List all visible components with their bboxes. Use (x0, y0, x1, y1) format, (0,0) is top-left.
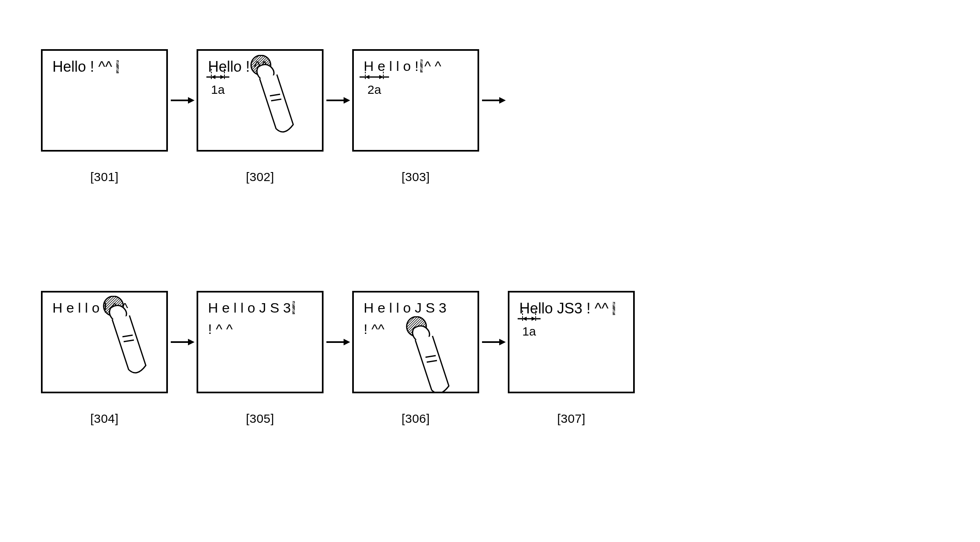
panel-301-caption: [301] (90, 170, 118, 184)
arrow-303-next (479, 49, 508, 152)
svg-marker-30 (499, 339, 506, 345)
panel-302-caption: [302] (246, 170, 274, 184)
svg-marker-35 (532, 317, 536, 321)
spacing-indicator-1a: 1a (206, 69, 229, 97)
svg-marker-23 (188, 339, 195, 345)
panel-306-line2: ! ^^ (364, 321, 385, 337)
sequence-row-1: Hello ! ^^ [301] Hello ! ^^ (41, 49, 508, 184)
svg-marker-1 (188, 97, 195, 104)
panel-cell-307: Hello JS3 ! ^^ 1a [307] (508, 291, 635, 426)
text-content: Hello ! ^^ (52, 58, 116, 75)
panel-301: Hello ! ^^ (41, 49, 168, 152)
panel-305-caption: [305] (246, 412, 274, 426)
arrow-301-302 (168, 49, 197, 152)
svg-marker-11 (344, 97, 350, 104)
svg-marker-6 (220, 75, 224, 79)
spacing-indicator-1a: 1a (518, 311, 541, 338)
spacing-label: 2a (367, 83, 381, 97)
panel-305: H e l l o J S 3 ! ^ ^ (197, 291, 324, 393)
panel-cell-303: H e l l o !^ ^ 2a [303] (352, 49, 479, 184)
text-cursor (116, 60, 119, 73)
panel-cell-302: Hello ! ^^ 1a (197, 49, 324, 184)
svg-marker-18 (499, 97, 506, 104)
spacing-indicator-2a: 2a (360, 69, 389, 97)
diagram-canvas: Hello ! ^^ [301] Hello ! ^^ (16, 16, 980, 542)
text-cursor (292, 301, 295, 314)
panel-305-line2: ! ^ ^ (208, 321, 233, 337)
dimension-arrow-icon (518, 311, 541, 324)
svg-marker-15 (365, 75, 369, 79)
panel-306-caption: [306] (401, 412, 430, 426)
svg-marker-5 (211, 75, 215, 79)
panel-302: Hello ! ^^ 1a (197, 49, 324, 152)
panel-303: H e l l o !^ ^ 2a (352, 49, 479, 152)
spacing-label: 1a (211, 83, 224, 97)
text-cursor (613, 302, 615, 315)
panel-301-text: Hello ! ^^ (52, 58, 119, 75)
svg-marker-34 (523, 317, 527, 321)
arrow-306-307 (479, 291, 508, 393)
panel-303-caption: [303] (401, 170, 430, 184)
panel-304-caption: [304] (90, 412, 118, 426)
panel-cell-305: H e l l o J S 3 ! ^ ^ [305] (197, 291, 324, 426)
panel-307-caption: [307] (557, 412, 585, 426)
panel-cell-306: H e l l o J S 3 ! ^^ [306] (352, 291, 479, 426)
finger-icon (247, 55, 301, 143)
panel-307: Hello JS3 ! ^^ 1a (508, 291, 635, 393)
finger-icon (100, 296, 153, 383)
dimension-arrow-icon (206, 69, 229, 83)
panel-cell-304: H e l l o ! ^ ^ [304] (41, 291, 168, 426)
panel-306: H e l l o J S 3 ! ^^ (352, 291, 479, 393)
text-cursor (420, 59, 423, 73)
svg-marker-25 (344, 339, 350, 345)
arrow-304-305 (168, 291, 197, 393)
panel-305-line1: H e l l o J S 3 (208, 300, 295, 316)
panel-306-line1: H e l l o J S 3 (364, 300, 446, 316)
arrow-305-306 (324, 291, 352, 393)
spacing-label: 1a (522, 324, 536, 338)
dimension-arrow-icon (360, 69, 389, 83)
panel-304: H e l l o ! ^ ^ (41, 291, 168, 393)
panel-cell-301: Hello ! ^^ [301] (41, 49, 168, 184)
arrow-302-303 (324, 49, 352, 152)
finger-icon (403, 316, 456, 393)
sequence-row-2: H e l l o ! ^ ^ [304] (41, 291, 635, 426)
svg-marker-16 (379, 75, 383, 79)
